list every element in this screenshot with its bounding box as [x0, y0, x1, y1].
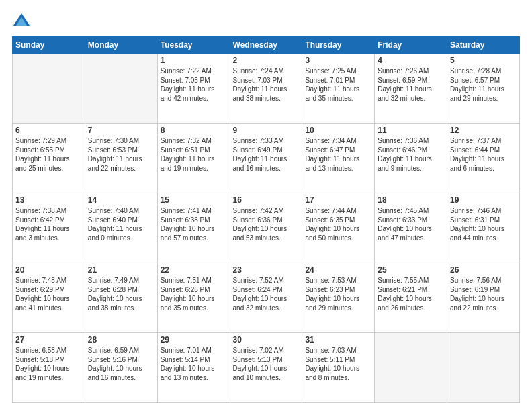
day-number: 10: [305, 126, 371, 135]
day-number: 5: [450, 56, 517, 65]
day-number: 29: [161, 335, 227, 345]
day-cell: 4Sunrise: 7:26 AM Sunset: 6:59 PM Daylig…: [375, 54, 447, 124]
day-cell: 7Sunrise: 7:30 AM Sunset: 6:53 PM Daylig…: [85, 124, 157, 193]
day-info: Sunrise: 7:41 AM Sunset: 6:38 PM Dayligh…: [161, 206, 227, 242]
weekday-wednesday: Wednesday: [230, 37, 302, 54]
day-info: Sunrise: 7:28 AM Sunset: 6:57 PM Dayligh…: [450, 66, 517, 103]
day-number: 1: [161, 56, 227, 65]
day-cell: 10Sunrise: 7:34 AM Sunset: 6:47 PM Dayli…: [302, 124, 375, 193]
day-cell: 26Sunrise: 7:56 AM Sunset: 6:19 PM Dayli…: [447, 263, 520, 333]
day-info: Sunrise: 7:52 AM Sunset: 6:24 PM Dayligh…: [233, 276, 300, 312]
weekday-friday: Friday: [375, 37, 447, 54]
day-number: 21: [88, 265, 154, 275]
weekday-header-row: SundayMondayTuesdayWednesdayThursdayFrid…: [13, 37, 520, 54]
day-cell: [447, 333, 520, 403]
day-info: Sunrise: 7:45 AM Sunset: 6:33 PM Dayligh…: [378, 206, 444, 242]
day-cell: 3Sunrise: 7:25 AM Sunset: 7:01 PM Daylig…: [302, 54, 375, 124]
day-info: Sunrise: 7:38 AM Sunset: 6:42 PM Dayligh…: [15, 206, 82, 242]
day-number: 14: [88, 195, 154, 205]
day-number: 4: [378, 56, 444, 65]
day-cell: 31Sunrise: 7:03 AM Sunset: 5:11 PM Dayli…: [302, 333, 375, 403]
day-cell: 1Sunrise: 7:22 AM Sunset: 7:05 PM Daylig…: [157, 54, 230, 124]
day-cell: 5Sunrise: 7:28 AM Sunset: 6:57 PM Daylig…: [447, 54, 520, 124]
day-info: Sunrise: 7:34 AM Sunset: 6:47 PM Dayligh…: [305, 136, 371, 173]
day-cell: 30Sunrise: 7:02 AM Sunset: 5:13 PM Dayli…: [230, 333, 302, 403]
weekday-saturday: Saturday: [447, 37, 520, 54]
day-info: Sunrise: 7:33 AM Sunset: 6:49 PM Dayligh…: [233, 136, 300, 173]
day-number: 23: [233, 265, 300, 275]
day-cell: 17Sunrise: 7:44 AM Sunset: 6:35 PM Dayli…: [302, 193, 375, 263]
day-number: 6: [15, 126, 82, 135]
day-number: 2: [233, 56, 300, 65]
day-cell: 6Sunrise: 7:29 AM Sunset: 6:55 PM Daylig…: [13, 124, 85, 193]
day-info: Sunrise: 7:01 AM Sunset: 5:14 PM Dayligh…: [161, 346, 227, 382]
day-number: 30: [233, 335, 300, 345]
day-info: Sunrise: 7:32 AM Sunset: 6:51 PM Dayligh…: [161, 136, 227, 173]
day-number: 9: [233, 126, 300, 135]
day-number: 3: [305, 56, 371, 65]
header: [12, 12, 520, 31]
day-info: Sunrise: 7:26 AM Sunset: 6:59 PM Dayligh…: [378, 66, 444, 103]
day-info: Sunrise: 7:22 AM Sunset: 7:05 PM Dayligh…: [161, 66, 227, 103]
day-info: Sunrise: 7:29 AM Sunset: 6:55 PM Dayligh…: [15, 136, 82, 173]
day-info: Sunrise: 7:42 AM Sunset: 6:36 PM Dayligh…: [233, 206, 300, 242]
week-row-4: 20Sunrise: 7:48 AM Sunset: 6:29 PM Dayli…: [13, 263, 520, 333]
day-info: Sunrise: 7:30 AM Sunset: 6:53 PM Dayligh…: [88, 136, 154, 173]
weekday-sunday: Sunday: [13, 37, 85, 54]
day-info: Sunrise: 7:53 AM Sunset: 6:23 PM Dayligh…: [305, 276, 371, 312]
day-info: Sunrise: 7:40 AM Sunset: 6:40 PM Dayligh…: [88, 206, 154, 242]
day-number: 13: [15, 195, 82, 205]
day-cell: 9Sunrise: 7:33 AM Sunset: 6:49 PM Daylig…: [230, 124, 302, 193]
day-number: 11: [378, 126, 444, 135]
logo-icon: [12, 12, 31, 31]
day-number: 18: [378, 195, 444, 205]
day-number: 7: [88, 126, 154, 135]
day-cell: 16Sunrise: 7:42 AM Sunset: 6:36 PM Dayli…: [230, 193, 302, 263]
day-info: Sunrise: 7:24 AM Sunset: 7:03 PM Dayligh…: [233, 66, 300, 103]
day-info: Sunrise: 7:44 AM Sunset: 6:35 PM Dayligh…: [305, 206, 371, 242]
day-number: 25: [378, 265, 444, 275]
weekday-tuesday: Tuesday: [157, 37, 230, 54]
day-cell: 27Sunrise: 6:58 AM Sunset: 5:18 PM Dayli…: [13, 333, 85, 403]
day-info: Sunrise: 7:51 AM Sunset: 6:26 PM Dayligh…: [161, 276, 227, 312]
day-number: 12: [450, 126, 517, 135]
day-cell: [375, 333, 447, 403]
day-number: 31: [305, 335, 371, 345]
day-number: 22: [161, 265, 227, 275]
day-number: 16: [233, 195, 300, 205]
day-cell: 2Sunrise: 7:24 AM Sunset: 7:03 PM Daylig…: [230, 54, 302, 124]
day-number: 19: [450, 195, 517, 205]
day-cell: 14Sunrise: 7:40 AM Sunset: 6:40 PM Dayli…: [85, 193, 157, 263]
day-cell: 13Sunrise: 7:38 AM Sunset: 6:42 PM Dayli…: [13, 193, 85, 263]
day-cell: [85, 54, 157, 124]
page: SundayMondayTuesdayWednesdayThursdayFrid…: [0, 0, 532, 411]
day-cell: 18Sunrise: 7:45 AM Sunset: 6:33 PM Dayli…: [375, 193, 447, 263]
day-cell: 28Sunrise: 6:59 AM Sunset: 5:16 PM Dayli…: [85, 333, 157, 403]
day-number: 28: [88, 335, 154, 345]
logo: [12, 12, 34, 31]
day-info: Sunrise: 7:25 AM Sunset: 7:01 PM Dayligh…: [305, 66, 371, 103]
day-cell: 22Sunrise: 7:51 AM Sunset: 6:26 PM Dayli…: [157, 263, 230, 333]
day-info: Sunrise: 7:03 AM Sunset: 5:11 PM Dayligh…: [305, 346, 371, 382]
day-cell: 8Sunrise: 7:32 AM Sunset: 6:51 PM Daylig…: [157, 124, 230, 193]
day-info: Sunrise: 7:48 AM Sunset: 6:29 PM Dayligh…: [15, 276, 82, 312]
day-info: Sunrise: 7:36 AM Sunset: 6:46 PM Dayligh…: [378, 136, 444, 173]
day-cell: [13, 54, 85, 124]
day-cell: 15Sunrise: 7:41 AM Sunset: 6:38 PM Dayli…: [157, 193, 230, 263]
day-cell: 20Sunrise: 7:48 AM Sunset: 6:29 PM Dayli…: [13, 263, 85, 333]
day-number: 24: [305, 265, 371, 275]
day-cell: 19Sunrise: 7:46 AM Sunset: 6:31 PM Dayli…: [447, 193, 520, 263]
week-row-2: 6Sunrise: 7:29 AM Sunset: 6:55 PM Daylig…: [13, 124, 520, 193]
day-cell: 25Sunrise: 7:55 AM Sunset: 6:21 PM Dayli…: [375, 263, 447, 333]
week-row-5: 27Sunrise: 6:58 AM Sunset: 5:18 PM Dayli…: [13, 333, 520, 403]
day-info: Sunrise: 7:55 AM Sunset: 6:21 PM Dayligh…: [378, 276, 444, 312]
day-info: Sunrise: 7:56 AM Sunset: 6:19 PM Dayligh…: [450, 276, 517, 312]
day-cell: 21Sunrise: 7:49 AM Sunset: 6:28 PM Dayli…: [85, 263, 157, 333]
week-row-3: 13Sunrise: 7:38 AM Sunset: 6:42 PM Dayli…: [13, 193, 520, 263]
day-info: Sunrise: 7:46 AM Sunset: 6:31 PM Dayligh…: [450, 206, 517, 242]
day-info: Sunrise: 7:02 AM Sunset: 5:13 PM Dayligh…: [233, 346, 300, 382]
day-number: 20: [15, 265, 82, 275]
day-number: 15: [161, 195, 227, 205]
day-cell: 29Sunrise: 7:01 AM Sunset: 5:14 PM Dayli…: [157, 333, 230, 403]
calendar: SundayMondayTuesdayWednesdayThursdayFrid…: [12, 36, 520, 403]
